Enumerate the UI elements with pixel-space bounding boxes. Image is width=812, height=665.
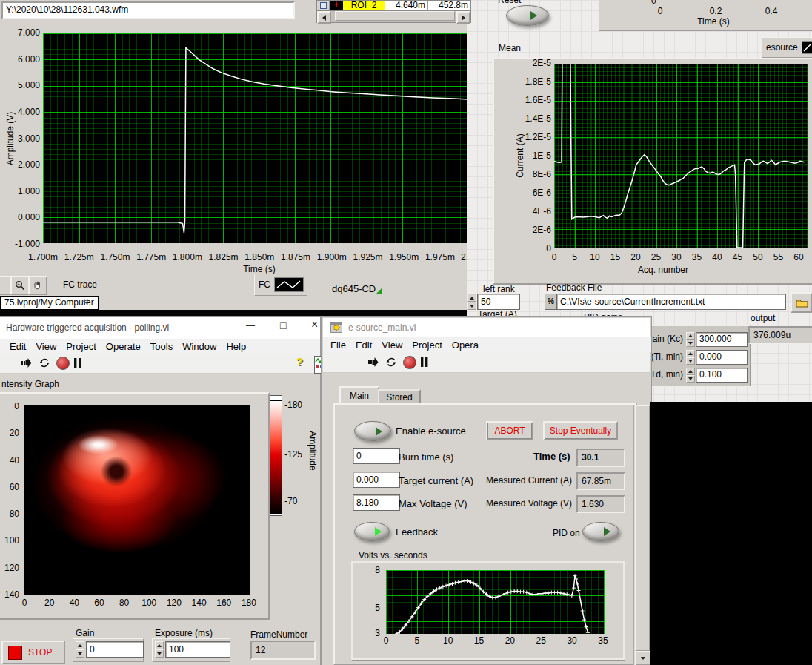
fc-plot-legend[interactable]: FC xyxy=(254,274,307,296)
labview-vi-icon xyxy=(330,322,342,333)
x-tick-label: 1.875m xyxy=(279,252,312,262)
gain-spinner[interactable] xyxy=(76,641,84,658)
run-icon[interactable] xyxy=(21,357,32,368)
intensity-plot[interactable] xyxy=(24,405,250,595)
feedback-file-path[interactable]: C:\VIs\e-source\CurrentIncrement.txt xyxy=(556,294,786,310)
menu-item[interactable]: Edit xyxy=(10,341,26,352)
abort-button[interactable]: ABORT xyxy=(486,421,533,440)
maximize-icon[interactable]: □ xyxy=(280,320,286,331)
hw-titlebar[interactable]: Hardware triggered acquisition - polling… xyxy=(0,317,320,339)
roi-marker-icon[interactable]: + xyxy=(330,1,343,10)
y-tick-label: 2E-6 xyxy=(510,225,551,235)
amplitude-plot[interactable] xyxy=(43,33,468,243)
colorbar-tick-mid: -125 xyxy=(284,449,302,460)
close-icon[interactable]: × xyxy=(311,318,318,331)
menu-item[interactable]: Operate xyxy=(106,341,141,352)
y-tick-label: 2E-5 xyxy=(510,58,551,68)
left-rank-field[interactable]: 50 xyxy=(477,294,520,310)
fc-legend-plot-icon xyxy=(274,277,304,292)
colorbar-tick-max: -180 xyxy=(284,400,302,410)
menu-item[interactable]: Opera xyxy=(452,340,479,351)
burn-time-label: Burn time (s) xyxy=(399,451,453,463)
run-icon[interactable] xyxy=(367,357,379,368)
help-icon[interactable]: ? xyxy=(296,355,303,368)
intensity-colorbar[interactable] xyxy=(270,395,282,516)
stop-eventually-button[interactable]: Stop Eventually xyxy=(543,421,618,440)
menu-item[interactable]: Window xyxy=(182,341,216,352)
exposure-spinner[interactable] xyxy=(155,641,164,658)
stop-icon[interactable] xyxy=(56,357,70,370)
pid-ti-field[interactable]: 0.000 xyxy=(696,350,748,365)
continuous-run-icon[interactable] xyxy=(385,357,397,368)
pid-td-spinner[interactable] xyxy=(686,368,695,383)
esource-plot-legend[interactable]: esource xyxy=(762,37,812,58)
stop-button[interactable]: STOP xyxy=(1,641,65,664)
x-tick-label: 1.950m xyxy=(387,252,420,262)
max-voltage-field[interactable]: 8.180 xyxy=(353,494,400,511)
gain-field[interactable]: 0 xyxy=(86,641,144,658)
exposure-field[interactable]: 100 xyxy=(165,641,230,658)
context-back-arrow[interactable]: < xyxy=(83,297,88,307)
pause-icon[interactable] xyxy=(421,357,428,367)
roi-name-cell[interactable]: ROI_2 xyxy=(343,1,385,10)
stop-button-label: STOP xyxy=(28,647,52,658)
roi-value2-cell[interactable]: 452.8m xyxy=(427,1,470,10)
x-tick-label: 180 xyxy=(240,598,258,608)
menu-item[interactable]: Tools xyxy=(150,341,173,352)
y-tick-label: 60 xyxy=(0,482,19,492)
top-graph-x-label: Time (s) xyxy=(654,16,773,27)
x-tick-label: 1.750m xyxy=(99,252,131,262)
graph-palette-pan-button[interactable] xyxy=(28,276,47,295)
led-arrow-icon xyxy=(530,11,537,20)
pid-td-field[interactable]: 0.100 xyxy=(696,368,748,383)
menu-item[interactable]: View xyxy=(382,340,402,351)
waveform-file-path-field[interactable]: Y:\2020\10\28\112631.043.wfm xyxy=(1,1,295,19)
pid-kc-field[interactable]: 300.000 xyxy=(696,332,748,347)
mean-plot[interactable] xyxy=(554,64,808,248)
scroll-down-button[interactable] xyxy=(635,651,651,665)
feedback-file-path-control[interactable]: % C:\VIs\e-source\CurrentIncrement.txt xyxy=(545,294,786,310)
volts-graph-title: Volts vs. seconds xyxy=(359,550,427,560)
burn-time-field[interactable]: 0 xyxy=(353,448,400,464)
scroll-left-button[interactable] xyxy=(317,11,331,24)
x-tick-label: 15 xyxy=(607,252,625,262)
volts-plot[interactable] xyxy=(386,570,605,634)
hw-menubar: EditViewProjectOperateToolsWindowHelp xyxy=(0,339,320,354)
browse-file-button[interactable] xyxy=(791,292,812,313)
stop-icon[interactable] xyxy=(403,356,416,369)
target-current-field[interactable]: 0.000 xyxy=(353,472,400,488)
reset-led-button[interactable] xyxy=(506,5,549,26)
minimize-icon[interactable]: — xyxy=(246,320,255,331)
scroll-right-button[interactable] xyxy=(456,11,470,24)
scrollbar-thumb[interactable] xyxy=(635,405,650,651)
left-rank-spinner[interactable] xyxy=(467,294,476,310)
main-titlebar[interactable]: e-source_main.vi xyxy=(323,318,650,337)
pid-ti-spinner[interactable] xyxy=(686,350,695,365)
background-black-window xyxy=(650,402,812,665)
x-tick-label: 15 xyxy=(472,635,487,646)
menu-item[interactable]: Help xyxy=(226,341,246,352)
pid-on-led[interactable] xyxy=(582,522,619,541)
roi-table-row[interactable]: + ROI_2 4.640m 452.8m xyxy=(316,0,471,11)
menu-item[interactable]: Edit xyxy=(356,340,372,351)
enable-esource-led[interactable] xyxy=(354,421,391,441)
y-tick-label: 5 xyxy=(370,603,380,613)
roi-horizontal-scrollbar[interactable] xyxy=(316,11,471,23)
main-vertical-scrollbar[interactable] xyxy=(633,405,650,665)
menu-item[interactable]: File xyxy=(330,340,346,351)
fc-trace-line xyxy=(43,33,468,243)
roi-value1-cell[interactable]: 4.640m xyxy=(385,1,427,10)
mean-graph-title: Mean xyxy=(499,43,521,53)
graph-palette-zoom-button[interactable]: + xyxy=(10,276,30,295)
feedback-led[interactable] xyxy=(354,522,390,541)
roi-visible-icon[interactable] xyxy=(317,1,330,10)
pause-icon[interactable] xyxy=(74,358,81,368)
menu-item[interactable]: Project xyxy=(412,340,442,351)
y-tick-label: -1.000 xyxy=(0,239,40,249)
pid-kc-spinner[interactable] xyxy=(686,332,695,347)
led-arrow-icon xyxy=(375,527,382,536)
scrollbar-thumb[interactable] xyxy=(335,11,455,21)
menu-item[interactable]: View xyxy=(36,341,56,352)
continuous-run-icon[interactable] xyxy=(39,357,50,368)
menu-item[interactable]: Project xyxy=(66,341,96,352)
